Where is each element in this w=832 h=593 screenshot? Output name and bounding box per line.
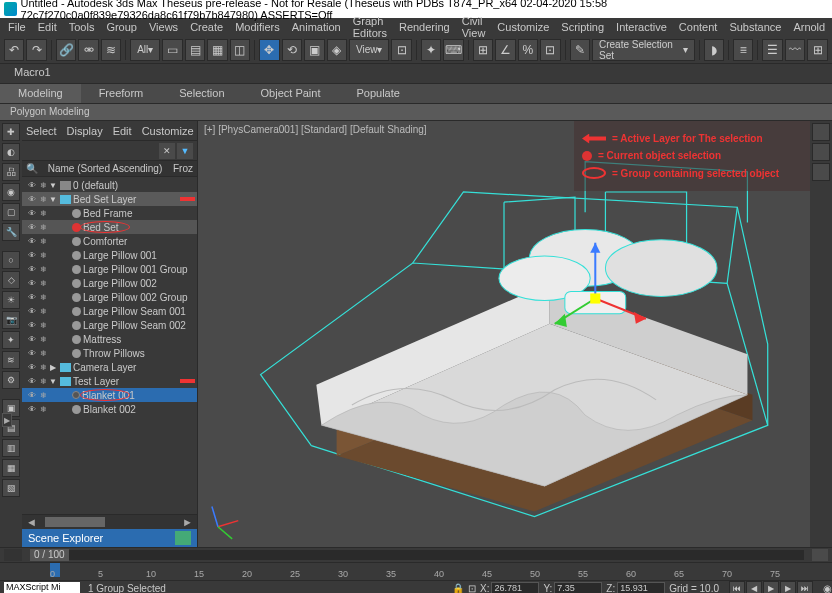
tab-populate[interactable]: Populate bbox=[338, 84, 417, 103]
time-slider[interactable]: 0 / 100 bbox=[30, 550, 804, 560]
menu-civil-view[interactable]: Civil View bbox=[456, 15, 492, 39]
select-region-button[interactable]: ▦ bbox=[207, 39, 227, 61]
menu-tools[interactable]: Tools bbox=[63, 21, 101, 33]
freeze-icon[interactable]: ❄ bbox=[38, 307, 48, 316]
visibility-icon[interactable]: 👁 bbox=[26, 377, 38, 386]
tree-row[interactable]: 👁❄▼Bed Set Layer bbox=[22, 192, 197, 206]
visibility-icon[interactable]: 👁 bbox=[26, 321, 38, 330]
cp-motion-icon[interactable]: ◉ bbox=[2, 183, 20, 201]
visibility-icon[interactable]: 👁 bbox=[26, 279, 38, 288]
visibility-icon[interactable]: 👁 bbox=[26, 265, 38, 274]
selection-filter-dropdown[interactable]: All ▾ bbox=[130, 39, 160, 61]
se-menu-customize[interactable]: Customize bbox=[142, 125, 194, 137]
tree-row[interactable]: 👁❄Bed Frame bbox=[22, 206, 197, 220]
placement-button[interactable]: ◈ bbox=[327, 39, 347, 61]
menu-modifiers[interactable]: Modifiers bbox=[229, 21, 286, 33]
visibility-icon[interactable]: 👁 bbox=[26, 293, 38, 302]
freeze-icon[interactable]: ❄ bbox=[38, 181, 48, 190]
macro-label[interactable]: Macro1 bbox=[14, 66, 51, 78]
tool-c-icon[interactable]: ▥ bbox=[2, 439, 20, 457]
se-menu-select[interactable]: Select bbox=[26, 125, 57, 137]
freeze-icon[interactable]: ❄ bbox=[38, 335, 48, 344]
col-name[interactable]: Name (Sorted Ascending) bbox=[48, 163, 163, 174]
panel-expand-handle[interactable]: ▶ bbox=[2, 413, 12, 427]
scale-button[interactable]: ▣ bbox=[304, 39, 324, 61]
freeze-icon[interactable]: ❄ bbox=[38, 195, 48, 204]
menu-group[interactable]: Group bbox=[100, 21, 143, 33]
x-input[interactable] bbox=[491, 582, 539, 594]
percent-snap-button[interactable]: % bbox=[518, 39, 538, 61]
tree-row[interactable]: 👁❄Large Pillow 002 Group bbox=[22, 290, 197, 304]
tree-row[interactable]: 👁❄Bed Set bbox=[22, 220, 197, 234]
tree-row[interactable]: 👁❄▼Test Layer bbox=[22, 374, 197, 388]
menu-arnold[interactable]: Arnold bbox=[787, 21, 831, 33]
visibility-icon[interactable]: 👁 bbox=[26, 335, 38, 344]
shapes-icon[interactable]: ◇ bbox=[2, 271, 20, 289]
tree-row[interactable]: 👁❄Large Pillow 001 bbox=[22, 248, 197, 262]
tree-row[interactable]: 👁❄▼0 (default) bbox=[22, 178, 197, 192]
window-crossing-button[interactable]: ◫ bbox=[230, 39, 250, 61]
spinner-snap-button[interactable]: ⊡ bbox=[540, 39, 560, 61]
tree-row[interactable]: 👁❄Comforter bbox=[22, 234, 197, 248]
freeze-icon[interactable]: ❄ bbox=[38, 265, 48, 274]
tree-row[interactable]: 👁❄Large Pillow 002 bbox=[22, 276, 197, 290]
time-config-icon[interactable] bbox=[4, 549, 22, 561]
expand-toggle[interactable]: ▼ bbox=[48, 377, 58, 386]
prev-frame-button[interactable]: ◀ bbox=[746, 581, 762, 593]
menu-animation[interactable]: Animation bbox=[286, 21, 347, 33]
se-filter-icon[interactable]: ▼ bbox=[177, 143, 193, 159]
visibility-icon[interactable]: 👁 bbox=[26, 307, 38, 316]
freeze-icon[interactable]: ❄ bbox=[38, 349, 48, 358]
visibility-icon[interactable]: 👁 bbox=[26, 181, 38, 190]
menu-create[interactable]: Create bbox=[184, 21, 229, 33]
bind-button[interactable]: ≋ bbox=[101, 39, 121, 61]
key-mode-icon[interactable] bbox=[812, 549, 828, 561]
spacewarps-icon[interactable]: ≋ bbox=[2, 351, 20, 369]
freeze-icon[interactable]: ❄ bbox=[38, 391, 48, 400]
rp-a-icon[interactable] bbox=[812, 123, 830, 141]
align-button[interactable]: ≡ bbox=[733, 39, 753, 61]
se-close-icon[interactable]: ✕ bbox=[159, 143, 175, 159]
visibility-icon[interactable]: 👁 bbox=[26, 209, 38, 218]
se-menu-edit[interactable]: Edit bbox=[113, 125, 132, 137]
systems-icon[interactable]: ⚙ bbox=[2, 371, 20, 389]
edit-named-sel-button[interactable]: ✎ bbox=[570, 39, 590, 61]
tree-row[interactable]: 👁❄Mattress bbox=[22, 332, 197, 346]
freeze-icon[interactable]: ❄ bbox=[38, 251, 48, 260]
angle-snap-button[interactable]: ∠ bbox=[495, 39, 515, 61]
tree-row[interactable]: 👁❄Large Pillow 001 Group bbox=[22, 262, 197, 276]
undo-button[interactable]: ↶ bbox=[4, 39, 24, 61]
freeze-icon[interactable]: ❄ bbox=[38, 237, 48, 246]
freeze-icon[interactable]: ❄ bbox=[38, 363, 48, 372]
named-selection-dropdown[interactable]: Create Selection Set ▾ bbox=[592, 39, 695, 61]
cameras-icon[interactable]: 📷 bbox=[2, 311, 20, 329]
rp-b-icon[interactable] bbox=[812, 143, 830, 161]
keyboard-shortcut-button[interactable]: ⌨ bbox=[443, 39, 463, 61]
redo-button[interactable]: ↷ bbox=[26, 39, 46, 61]
select-by-name-button[interactable]: ▤ bbox=[185, 39, 205, 61]
freeze-icon[interactable]: ❄ bbox=[38, 293, 48, 302]
scene-tree[interactable]: 👁❄▼0 (default)👁❄▼Bed Set Layer👁❄Bed Fram… bbox=[22, 177, 197, 514]
menu-substance[interactable]: Substance bbox=[723, 21, 787, 33]
play-button[interactable]: ▶ bbox=[763, 581, 779, 593]
time-ruler[interactable]: 0 5 10 15 20 25 30 35 40 45 50 55 60 65 … bbox=[0, 562, 832, 580]
viewport-label[interactable]: [+] [PhysCamera001] [Standard] [Default … bbox=[204, 124, 427, 135]
layers-icon[interactable] bbox=[175, 531, 191, 545]
key-toggle-button[interactable]: ◉ bbox=[823, 583, 832, 594]
use-pivot-button[interactable]: ⊡ bbox=[391, 39, 411, 61]
search-icon[interactable]: 🔍 bbox=[26, 163, 37, 174]
mirror-button[interactable]: ◗ bbox=[704, 39, 724, 61]
freeze-icon[interactable]: ❄ bbox=[38, 405, 48, 414]
snap-toggle-button[interactable]: ⊞ bbox=[473, 39, 493, 61]
menu-views[interactable]: Views bbox=[143, 21, 184, 33]
menu-content[interactable]: Content bbox=[673, 21, 724, 33]
tree-row[interactable]: 👁❄Large Pillow Seam 001 bbox=[22, 304, 197, 318]
helpers-icon[interactable]: ✦ bbox=[2, 331, 20, 349]
cp-display-icon[interactable]: ▢ bbox=[2, 203, 20, 221]
menu-file[interactable]: File bbox=[2, 21, 32, 33]
freeze-icon[interactable]: ❄ bbox=[38, 321, 48, 330]
tool-e-icon[interactable]: ▧ bbox=[2, 479, 20, 497]
visibility-icon[interactable]: 👁 bbox=[26, 237, 38, 246]
tab-modeling[interactable]: Modeling bbox=[0, 84, 81, 103]
freeze-icon[interactable]: ❄ bbox=[38, 223, 48, 232]
